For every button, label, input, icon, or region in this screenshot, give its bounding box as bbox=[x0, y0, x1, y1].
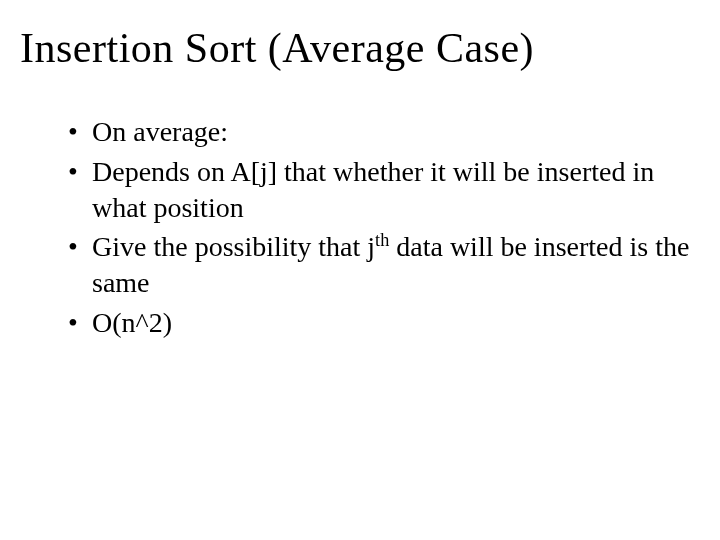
bullet-complexity: O(n^2) bbox=[68, 305, 700, 341]
superscript-th: th bbox=[375, 230, 389, 250]
slide-title: Insertion Sort (Average Case) bbox=[20, 24, 700, 72]
bullet-on-average: On average: bbox=[68, 114, 700, 150]
bullet-list: On average: Depends on A[j] that whether… bbox=[20, 114, 700, 341]
bullet-possibility-pre: Give the possibility that j bbox=[92, 231, 375, 262]
bullet-depends: Depends on A[j] that whether it will be … bbox=[68, 154, 700, 226]
bullet-possibility: Give the possibility that jth data will … bbox=[68, 229, 700, 301]
